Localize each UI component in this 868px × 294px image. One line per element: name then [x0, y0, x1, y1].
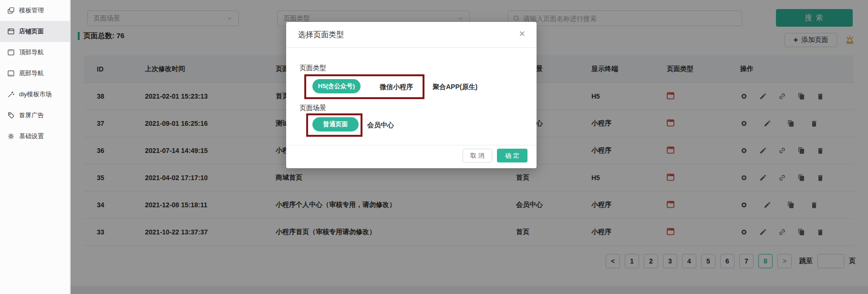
- sidebar-item-label: 底部导航: [19, 69, 44, 78]
- dialog-footer-divider: [286, 145, 537, 145]
- page-scene-label: 页面场景: [300, 104, 326, 112]
- sidebar-item-shop-pages[interactable]: 店铺页面: [0, 21, 70, 42]
- confirm-button[interactable]: 确 定: [497, 149, 527, 162]
- sidebar-item-label: 基础设置: [19, 132, 44, 141]
- close-icon[interactable]: ×: [517, 27, 527, 41]
- top-nav-icon: [7, 49, 15, 56]
- bottom-nav-icon: [7, 70, 15, 77]
- option-normal-page-selected[interactable]: 普通页面: [312, 117, 359, 132]
- dialog-title: 选择页面类型: [298, 30, 344, 40]
- sidebar-item-label: 模板管理: [19, 6, 44, 15]
- sidebar-item-splash-ad[interactable]: 首屏广告: [0, 105, 70, 126]
- sidebar-item-label: 顶部导航: [19, 48, 44, 57]
- splash-ad-icon: [7, 112, 15, 119]
- sidebar-item-diy-market[interactable]: diy模板市场: [0, 84, 70, 105]
- option-wechat-miniprogram[interactable]: 微信小程序: [380, 83, 413, 91]
- sidebar-item-label: 店铺页面: [19, 27, 44, 36]
- option-native-app[interactable]: 聚合APP(原生): [433, 83, 477, 91]
- cancel-button[interactable]: 取 消: [463, 149, 492, 162]
- settings-icon: [7, 132, 15, 140]
- select-page-type-dialog: 选择页面类型 × 页面类型 H5(含公众号) 微信小程序 聚合APP(原生) 页…: [286, 22, 537, 168]
- shop-pages-icon: [7, 28, 15, 35]
- sidebar-item-bottom-nav[interactable]: 底部导航: [0, 63, 70, 84]
- sidebar-item-top-nav[interactable]: 顶部导航: [0, 42, 70, 63]
- sidebar-item-label: 首屏广告: [19, 111, 44, 120]
- option-member-center[interactable]: 会员中心: [367, 121, 394, 130]
- sidebar-item-basic-settings[interactable]: 基础设置: [0, 126, 70, 147]
- diy-market-icon: [7, 91, 15, 98]
- sidebar-item-label: diy模板市场: [19, 90, 52, 99]
- app-window: 模板管理 店铺页面 顶部导航 底部导航 diy模板市场 首屏广告 基础设置: [0, 0, 868, 294]
- page-type-label: 页面类型: [300, 64, 326, 72]
- option-h5-selected[interactable]: H5(含公众号): [312, 79, 361, 93]
- sidebar: 模板管理 店铺页面 顶部导航 底部导航 diy模板市场 首屏广告 基础设置: [0, 0, 70, 294]
- dialog-header-divider: [286, 47, 537, 48]
- sidebar-item-template-manage[interactable]: 模板管理: [0, 0, 70, 21]
- templates-icon: [7, 7, 15, 14]
